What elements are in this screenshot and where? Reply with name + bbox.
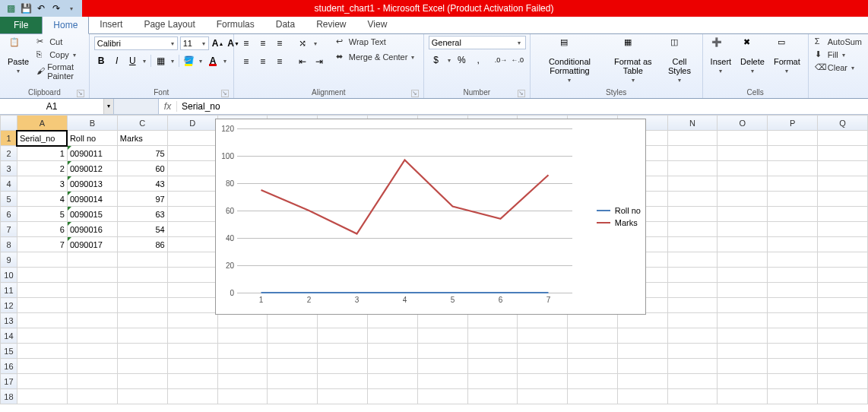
orientation-icon[interactable]: ⤭ (295, 36, 310, 51)
cell[interactable] (467, 389, 518, 404)
cell[interactable] (718, 268, 768, 283)
cell[interactable] (417, 359, 467, 374)
name-box-input[interactable] (0, 99, 103, 114)
cell[interactable] (417, 389, 467, 404)
cell[interactable] (467, 344, 518, 359)
cell[interactable] (518, 374, 568, 389)
copy-button[interactable]: ⎘Copy▾ (35, 49, 84, 61)
cell[interactable] (718, 328, 768, 344)
cell[interactable] (818, 328, 868, 344)
cell[interactable] (768, 222, 818, 237)
cell[interactable] (167, 252, 217, 268)
row-head[interactable]: 16 (1, 359, 17, 374)
cell[interactable] (467, 359, 518, 374)
tab-file[interactable]: File (0, 17, 42, 33)
formula-input[interactable] (177, 101, 868, 112)
cell[interactable]: 5 (17, 207, 67, 222)
tab-home[interactable]: Home (42, 16, 89, 34)
cell[interactable] (768, 374, 818, 389)
undo-icon[interactable]: ↶ (35, 2, 47, 14)
save-icon[interactable]: 💾 (20, 2, 32, 14)
cell[interactable] (667, 374, 718, 389)
row-head[interactable]: 11 (1, 283, 17, 298)
cell[interactable] (67, 313, 117, 328)
paste-button[interactable]: 📋 Paste ▾ (5, 36, 32, 76)
row-head[interactable]: 2 (1, 146, 17, 161)
cell[interactable]: 0090015 (67, 207, 117, 222)
cell[interactable] (217, 344, 268, 359)
cell[interactable] (217, 389, 268, 404)
format-as-table-button[interactable]: ▦Format as Table▾ (607, 36, 658, 85)
increase-decimal-icon[interactable]: .0→ (493, 52, 508, 68)
cell[interactable] (17, 389, 67, 404)
cell[interactable] (667, 268, 718, 283)
qat-customize-icon[interactable]: ▾ (65, 2, 78, 14)
cell[interactable]: 0090012 (67, 161, 117, 176)
cell[interactable] (718, 374, 768, 389)
cell[interactable] (718, 237, 768, 252)
dialog-launcher-icon[interactable]: ↘ (221, 90, 229, 97)
row-head[interactable]: 9 (1, 252, 17, 268)
border-caret[interactable]: ▾ (169, 53, 176, 68)
col-head-C[interactable]: C (117, 116, 167, 131)
conditional-formatting-button[interactable]: ▤Conditional Formatting▾ (535, 36, 604, 85)
row-head[interactable]: 15 (1, 344, 17, 359)
cell[interactable] (167, 328, 217, 344)
row-head[interactable]: 4 (1, 176, 17, 192)
cell[interactable] (17, 344, 67, 359)
underline-button[interactable]: U (125, 53, 140, 68)
cell[interactable] (268, 374, 318, 389)
cell[interactable] (217, 328, 268, 344)
cell[interactable] (217, 313, 268, 328)
cell[interactable] (617, 313, 667, 328)
cell[interactable] (467, 313, 518, 328)
fill-color-button[interactable]: 🪣 (182, 53, 196, 68)
number-format-input[interactable] (429, 38, 515, 47)
cell[interactable] (818, 268, 868, 283)
col-head-P[interactable]: P (768, 116, 818, 131)
row-head[interactable]: 14 (1, 328, 17, 344)
cell[interactable] (818, 146, 868, 161)
underline-caret[interactable]: ▾ (141, 53, 148, 68)
cell[interactable]: 63 (117, 207, 167, 222)
cell[interactable] (667, 192, 718, 207)
align-bottom-icon[interactable]: ≡ (272, 36, 287, 51)
name-box[interactable]: ▾ (0, 99, 114, 114)
cell[interactable] (718, 252, 768, 268)
align-right-icon[interactable]: ≡ (272, 54, 287, 69)
cell[interactable] (17, 374, 67, 389)
decrease-indent-icon[interactable]: ⇤ (295, 54, 310, 69)
cell[interactable] (568, 374, 618, 389)
cell[interactable]: 0090016 (67, 222, 117, 237)
font-name-input[interactable] (95, 39, 168, 48)
cell[interactable] (768, 359, 818, 374)
bold-button[interactable]: B (94, 53, 109, 68)
cell[interactable] (818, 313, 868, 328)
cell[interactable] (768, 313, 818, 328)
cell[interactable]: 75 (117, 146, 167, 161)
cell[interactable] (167, 176, 217, 192)
cell[interactable] (768, 283, 818, 298)
cell[interactable] (167, 283, 217, 298)
cell[interactable] (167, 146, 217, 161)
cell[interactable] (718, 298, 768, 313)
autosum-button[interactable]: ΣAutoSum (813, 36, 863, 48)
align-middle-icon[interactable]: ≡ (255, 36, 271, 51)
col-head-B[interactable]: B (67, 116, 117, 131)
align-top-icon[interactable]: ≡ (239, 36, 254, 51)
font-color-button[interactable]: A (206, 53, 220, 68)
cell[interactable]: 43 (117, 176, 167, 192)
cell[interactable] (617, 374, 667, 389)
cell[interactable] (718, 283, 768, 298)
cell[interactable] (117, 344, 167, 359)
row-head[interactable]: 1 (1, 131, 17, 146)
cell[interactable] (518, 344, 568, 359)
cell[interactable] (818, 176, 868, 192)
cell[interactable] (467, 374, 518, 389)
cell[interactable] (67, 344, 117, 359)
cell[interactable] (667, 237, 718, 252)
cell[interactable] (217, 359, 268, 374)
cell[interactable] (718, 192, 768, 207)
cell[interactable] (117, 389, 167, 404)
cell[interactable] (117, 328, 167, 344)
